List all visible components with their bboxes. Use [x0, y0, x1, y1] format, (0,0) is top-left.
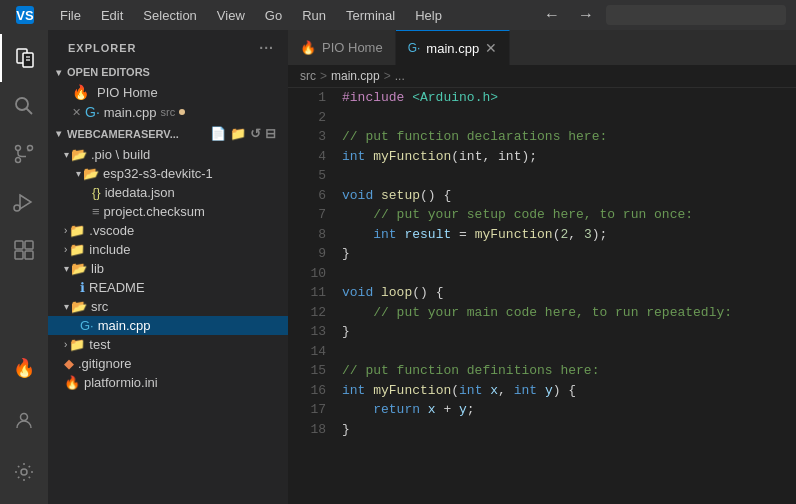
activity-search[interactable]	[0, 82, 48, 130]
code-content[interactable]: #include <Arduino.h> // put function dec…	[338, 88, 796, 504]
sidebar: EXPLORER ··· ▾ OPEN EDITORS 🔥 PIO Home ✕…	[48, 30, 288, 504]
pio-icon: 🔥	[72, 84, 89, 100]
menu-run[interactable]: Run	[292, 0, 336, 30]
activity-source-control[interactable]	[0, 130, 48, 178]
pio-file-icon: 🔥	[64, 375, 80, 390]
svg-point-8	[16, 146, 21, 151]
search-input[interactable]	[606, 5, 786, 25]
title-bar: VS File Edit Selection View Go Run Termi…	[0, 0, 796, 30]
folder-test[interactable]: › 📁 test	[48, 335, 288, 354]
activity-account[interactable]	[0, 396, 48, 444]
file-checksum[interactable]: ≡ project.checksum	[48, 202, 288, 221]
file-gitignore[interactable]: ◆ .gitignore	[48, 354, 288, 373]
line-numbers: 123456789101112131415161718	[288, 88, 338, 504]
tab-close-button[interactable]: ✕	[485, 40, 497, 56]
code-line-4: int myFunction(int, int);	[342, 147, 796, 167]
git-tab-icon: G·	[408, 41, 421, 55]
open-editors-section: ▾ OPEN EDITORS 🔥 PIO Home ✕ G· main.cpp …	[48, 62, 288, 122]
project-actions: 📄 📁 ↺ ⊟	[210, 126, 276, 141]
tab-main-cpp[interactable]: G· main.cpp ✕	[396, 30, 510, 65]
svg-point-18	[21, 414, 28, 421]
folder-icon: 📂	[83, 166, 99, 181]
open-editors-chevron: ▾	[56, 67, 61, 78]
folder-lib[interactable]: ▾ 📂 lib	[48, 259, 288, 278]
tabs-bar: 🔥 PIO Home G· main.cpp ✕	[288, 30, 796, 65]
git-icon: G·	[85, 104, 100, 120]
folder-vscode[interactable]: › 📁 .vscode	[48, 221, 288, 240]
json-icon: {}	[92, 185, 101, 200]
menu-bar: File Edit Selection View Go Run Terminal…	[50, 0, 452, 30]
breadcrumb-sep-2: >	[384, 69, 391, 83]
menu-view[interactable]: View	[207, 0, 255, 30]
sidebar-more-actions[interactable]: ···	[257, 38, 276, 58]
file-platformio-ini[interactable]: 🔥 platformio.ini	[48, 373, 288, 392]
code-line-16: int myFunction(int x, int y) {	[342, 381, 796, 401]
menu-file[interactable]: File	[50, 0, 91, 30]
svg-point-10	[16, 158, 21, 163]
menu-terminal[interactable]: Terminal	[336, 0, 405, 30]
folder-closed-icon: 📁	[69, 242, 85, 257]
folder-closed-icon: 📁	[69, 337, 85, 352]
code-line-9: }	[342, 244, 796, 264]
main-layout: 🔥 EXPLORER ···	[0, 30, 796, 504]
file-idedata[interactable]: {} idedata.json	[48, 183, 288, 202]
svg-text:VS: VS	[16, 8, 34, 23]
folder-pio-build[interactable]: ▾ 📂 .pio \ build	[48, 145, 288, 164]
refresh-icon[interactable]: ↺	[250, 126, 261, 141]
svg-rect-15	[25, 241, 33, 249]
file-main-cpp[interactable]: G· main.cpp	[48, 316, 288, 335]
project-header[interactable]: ▾ WEBCAMERASERV... 📄 📁 ↺ ⊟	[48, 122, 288, 145]
cpp-git-icon: G·	[80, 318, 94, 333]
menu-go[interactable]: Go	[255, 0, 292, 30]
activity-bar: 🔥	[0, 30, 48, 504]
tab-pio-home[interactable]: 🔥 PIO Home	[288, 30, 396, 65]
folder-include[interactable]: › 📁 include	[48, 240, 288, 259]
collapse-icon[interactable]: ⊟	[265, 126, 276, 141]
code-line-3: // put function declarations here:	[342, 127, 796, 147]
activity-pio[interactable]: 🔥	[0, 344, 48, 392]
open-editor-pio-home[interactable]: 🔥 PIO Home	[48, 82, 288, 102]
activity-run-debug[interactable]	[0, 178, 48, 226]
new-file-icon[interactable]: 📄	[210, 126, 226, 141]
menu-edit[interactable]: Edit	[91, 0, 133, 30]
code-line-8: int result = myFunction(2, 3);	[342, 225, 796, 245]
activity-settings[interactable]	[0, 448, 48, 496]
nav-back-button[interactable]: ←	[538, 4, 566, 26]
checksum-icon: ≡	[92, 204, 100, 219]
code-line-17: return x + y;	[342, 400, 796, 420]
open-editors-header[interactable]: ▾ OPEN EDITORS	[48, 62, 288, 82]
activity-explorer[interactable]	[0, 34, 48, 82]
menu-help[interactable]: Help	[405, 0, 452, 30]
activity-extensions[interactable]	[0, 226, 48, 274]
close-icon[interactable]: ✕	[72, 106, 81, 119]
folder-esp32[interactable]: ▾ 📂 esp32-s3-devkitc-1	[48, 164, 288, 183]
svg-marker-12	[20, 195, 31, 209]
code-line-7: // put your setup code here, to run once…	[342, 205, 796, 225]
code-line-11: void loop() {	[342, 283, 796, 303]
new-folder-icon[interactable]: 📁	[230, 126, 246, 141]
folder-icon: 📂	[71, 147, 87, 162]
tag-label: src	[161, 106, 176, 118]
breadcrumb-sep-1: >	[320, 69, 327, 83]
code-line-5	[342, 166, 796, 186]
folder-src[interactable]: ▾ 📂 src	[48, 297, 288, 316]
menu-selection[interactable]: Selection	[133, 0, 206, 30]
title-nav: ← →	[538, 4, 786, 26]
nav-forward-button[interactable]: →	[572, 4, 600, 26]
svg-line-7	[27, 109, 33, 115]
code-editor[interactable]: 123456789101112131415161718 #include <Ar…	[288, 88, 796, 504]
dirty-dot	[179, 109, 185, 115]
svg-point-19	[21, 469, 27, 475]
svg-point-13	[14, 205, 20, 211]
pio-tab-icon: 🔥	[300, 40, 316, 55]
file-readme[interactable]: ℹ README	[48, 278, 288, 297]
svg-point-6	[16, 98, 28, 110]
app-logo: VS	[0, 4, 50, 26]
open-editor-main-cpp[interactable]: ✕ G· main.cpp src	[48, 102, 288, 122]
project-section: ▾ WEBCAMERASERV... 📄 📁 ↺ ⊟ ▾ 📂 .pio \ bu…	[48, 122, 288, 504]
project-chevron: ▾	[56, 128, 61, 139]
folder-icon: 📂	[71, 299, 87, 314]
svg-rect-16	[15, 251, 23, 259]
sidebar-title: EXPLORER ···	[48, 30, 288, 62]
folder-icon: 📂	[71, 261, 87, 276]
